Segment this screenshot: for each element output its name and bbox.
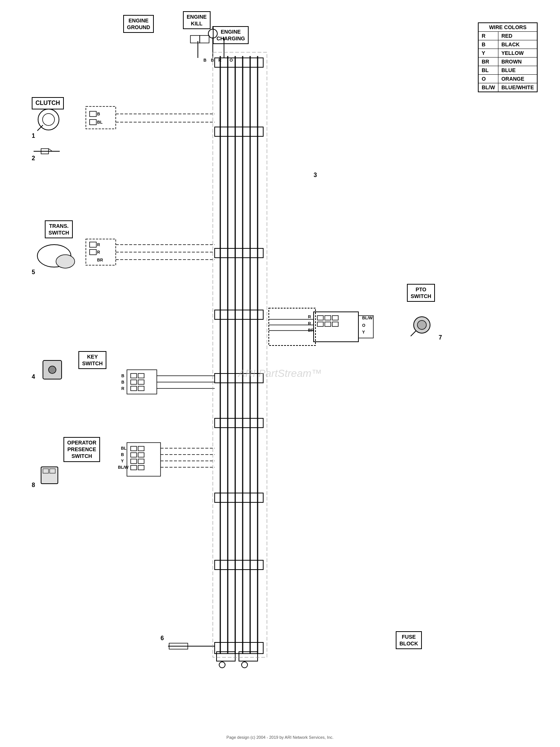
- footer: Page design (c) 2004 - 2019 by ARI Netwo…: [227, 735, 334, 740]
- wiring-diagram-svg: B B R O B BL R R BR: [0, 0, 560, 747]
- svg-point-16: [208, 29, 217, 38]
- svg-text:R: R: [121, 386, 124, 391]
- svg-text:R: R: [97, 242, 100, 247]
- svg-rect-55: [325, 322, 331, 326]
- svg-rect-20: [200, 35, 209, 43]
- svg-text:O: O: [230, 58, 233, 62]
- svg-rect-91: [138, 459, 144, 464]
- svg-rect-88: [131, 453, 137, 457]
- svg-rect-85: [127, 443, 161, 476]
- svg-text:BR: BR: [308, 328, 314, 332]
- svg-text:BR: BR: [97, 258, 103, 262]
- svg-rect-86: [131, 446, 137, 451]
- svg-point-110: [242, 662, 248, 668]
- svg-rect-11: [215, 418, 263, 428]
- svg-rect-112: [269, 308, 315, 345]
- svg-rect-19: [190, 35, 200, 43]
- svg-rect-56: [332, 322, 338, 326]
- svg-rect-13: [215, 560, 263, 570]
- svg-point-84: [49, 366, 56, 374]
- svg-rect-52: [325, 316, 331, 320]
- svg-rect-87: [138, 446, 144, 451]
- svg-rect-6: [215, 58, 263, 67]
- svg-rect-73: [131, 380, 137, 384]
- svg-text:O: O: [362, 323, 365, 328]
- svg-point-109: [219, 662, 225, 668]
- svg-rect-107: [217, 652, 235, 661]
- svg-rect-89: [138, 453, 144, 457]
- svg-point-49: [56, 255, 75, 268]
- svg-text:BL: BL: [97, 120, 103, 124]
- svg-rect-111: [213, 52, 267, 657]
- svg-text:B: B: [121, 380, 124, 384]
- svg-line-69: [411, 331, 416, 336]
- svg-text:B: B: [211, 58, 214, 62]
- svg-rect-10: [215, 374, 263, 383]
- svg-rect-8: [215, 248, 263, 258]
- svg-rect-41: [90, 249, 96, 255]
- svg-rect-53: [332, 316, 338, 320]
- svg-text:B: B: [121, 374, 124, 378]
- svg-rect-9: [215, 310, 263, 319]
- svg-text:BL/W: BL/W: [118, 465, 129, 469]
- svg-rect-93: [138, 465, 144, 470]
- svg-rect-72: [138, 374, 144, 378]
- svg-rect-90: [131, 459, 137, 464]
- svg-text:BL: BL: [121, 446, 127, 450]
- svg-text:B: B: [121, 452, 124, 457]
- svg-text:R: R: [218, 58, 221, 62]
- svg-text:B: B: [203, 58, 206, 62]
- svg-point-34: [43, 114, 55, 125]
- svg-rect-75: [131, 386, 137, 391]
- svg-text:R: R: [308, 314, 311, 319]
- svg-rect-26: [86, 106, 116, 129]
- svg-rect-92: [131, 465, 137, 470]
- diagram-container: WIRE COLORS RRED BBLACK YYELLOW BRBROWN …: [0, 0, 560, 747]
- svg-rect-50: [314, 312, 358, 342]
- svg-point-68: [417, 320, 426, 329]
- svg-text:Y: Y: [362, 330, 365, 334]
- svg-rect-54: [317, 322, 323, 326]
- svg-rect-108: [239, 652, 258, 661]
- svg-rect-51: [317, 316, 323, 320]
- svg-line-38: [49, 149, 52, 151]
- svg-rect-71: [131, 374, 137, 378]
- svg-rect-28: [90, 120, 96, 125]
- svg-rect-27: [90, 111, 96, 117]
- svg-rect-76: [138, 386, 144, 391]
- svg-text:R: R: [97, 250, 100, 254]
- svg-rect-40: [90, 242, 96, 247]
- svg-rect-12: [215, 493, 263, 502]
- svg-rect-74: [138, 380, 144, 384]
- svg-text:BL/W: BL/W: [362, 316, 373, 320]
- svg-text:Y: Y: [121, 459, 124, 463]
- svg-text:B: B: [97, 112, 100, 116]
- svg-rect-7: [215, 127, 263, 136]
